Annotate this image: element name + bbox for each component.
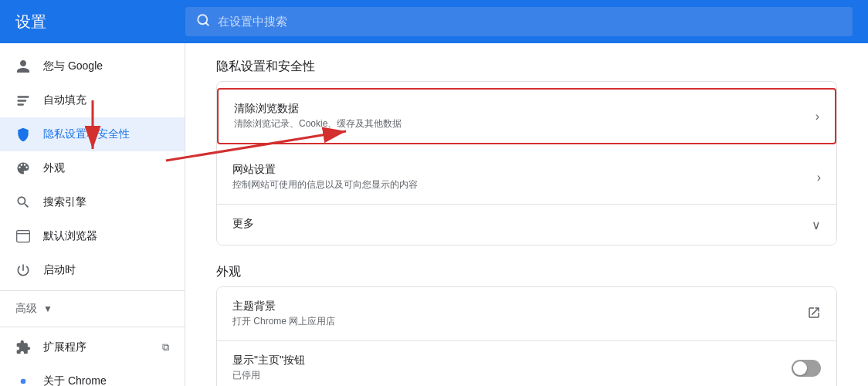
- privacy-section-title: 隐私设置和安全性: [216, 59, 837, 75]
- advanced-label: 高级: [15, 302, 37, 316]
- clear-browsing-arrow-icon: ›: [815, 110, 819, 124]
- more-item[interactable]: 更多 ∨: [217, 205, 836, 245]
- appearance-section-title: 外观: [216, 264, 837, 280]
- home-button-item[interactable]: 显示"主页"按钮 已停用: [217, 341, 836, 386]
- svg-rect-5: [17, 231, 30, 242]
- search-bar[interactable]: 在设置中搜索: [185, 7, 853, 36]
- theme-item[interactable]: 主题背景 打开 Chrome 网上应用店: [217, 287, 836, 341]
- search-nav-icon: [15, 195, 31, 210]
- appearance-section: 外观 主题背景 打开 Chrome 网上应用店: [216, 264, 837, 386]
- home-button-title: 显示"主页"按钮: [232, 354, 792, 367]
- sidebar-divider-2: [0, 327, 185, 327]
- sidebar: 您与 Google 自动填充 隐私设置和安全性 外观: [0, 43, 185, 386]
- site-settings-title: 网站设置: [232, 163, 817, 177]
- theme-text: 主题背景 打开 Chrome 网上应用店: [232, 300, 807, 328]
- privacy-section: 隐私设置和安全性 清除浏览数据 清除浏览记录、Cookie、缓存及其他数据 ›: [216, 59, 837, 245]
- sidebar-item-autofill[interactable]: 自动填充: [0, 83, 185, 117]
- svg-rect-4: [18, 103, 24, 106]
- privacy-settings-group: 清除浏览数据 清除浏览记录、Cookie、缓存及其他数据 › 网站设置 控制网站…: [216, 81, 837, 245]
- clear-browsing-text: 清除浏览数据 清除浏览记录、Cookie、缓存及其他数据: [234, 102, 815, 130]
- page-title: 设置: [15, 12, 185, 32]
- svg-rect-2: [18, 96, 29, 98]
- chrome-icon: [15, 374, 31, 386]
- more-chevron-icon: ∨: [812, 218, 821, 232]
- sidebar-label-autofill: 自动填充: [43, 93, 86, 107]
- sidebar-item-search[interactable]: 搜索引擎: [0, 185, 185, 219]
- content-area: 隐私设置和安全性 清除浏览数据 清除浏览记录、Cookie、缓存及其他数据 ›: [185, 43, 868, 386]
- home-button-text: 显示"主页"按钮 已停用: [232, 354, 792, 382]
- clear-browsing-title: 清除浏览数据: [234, 102, 815, 116]
- sidebar-divider: [0, 290, 185, 291]
- sidebar-label-google: 您与 Google: [43, 59, 103, 73]
- theme-desc: 打开 Chrome 网上应用店: [232, 315, 807, 328]
- clear-browsing-item[interactable]: 清除浏览数据 清除浏览记录、Cookie、缓存及其他数据 ›: [217, 88, 836, 144]
- sidebar-label-extensions: 扩展程序: [43, 340, 86, 354]
- sidebar-advanced[interactable]: 高级 ▼: [0, 294, 185, 323]
- main-layout: 您与 Google 自动填充 隐私设置和安全性 外观: [0, 43, 868, 386]
- header: 设置 在设置中搜索: [0, 0, 868, 43]
- sidebar-label-startup: 启动时: [43, 263, 76, 277]
- sidebar-item-browser[interactable]: 默认浏览器: [0, 219, 185, 253]
- palette-icon: [15, 161, 31, 176]
- sidebar-label-privacy: 隐私设置和安全性: [43, 127, 130, 141]
- sidebar-item-privacy[interactable]: 隐私设置和安全性: [0, 117, 185, 151]
- sidebar-label-search: 搜索引擎: [43, 195, 86, 209]
- site-settings-item[interactable]: 网站设置 控制网站可使用的信息以及可向您显示的内容 ›: [217, 151, 836, 205]
- theme-external-icon: [807, 306, 821, 323]
- sidebar-item-appearance[interactable]: 外观: [0, 151, 185, 185]
- extensions-icon: [15, 340, 31, 355]
- more-title: 更多: [232, 217, 812, 231]
- clear-browsing-desc: 清除浏览记录、Cookie、缓存及其他数据: [234, 117, 815, 130]
- sidebar-label-about: 关于 Chrome: [43, 374, 107, 386]
- home-button-toggle[interactable]: [792, 360, 821, 377]
- more-text: 更多: [232, 217, 812, 232]
- sidebar-item-startup[interactable]: 启动时: [0, 253, 185, 287]
- external-link-icon: ⧉: [162, 341, 169, 354]
- site-settings-arrow-icon: ›: [817, 171, 821, 185]
- shield-icon: [15, 127, 31, 142]
- power-icon: [15, 262, 31, 278]
- browser-icon: [15, 229, 31, 244]
- home-button-desc: 已停用: [232, 369, 792, 382]
- svg-rect-3: [18, 100, 27, 102]
- appearance-settings-group: 主题背景 打开 Chrome 网上应用店 显示"主页"按钮 已停用: [216, 286, 837, 386]
- sidebar-item-extensions[interactable]: 扩展程序 ⧉: [0, 330, 185, 364]
- advanced-chevron-icon: ▼: [43, 303, 53, 314]
- search-icon: [196, 13, 210, 30]
- site-settings-text: 网站设置 控制网站可使用的信息以及可向您显示的内容: [232, 163, 817, 191]
- toggle-thumb: [793, 361, 807, 375]
- site-settings-desc: 控制网站可使用的信息以及可向您显示的内容: [232, 178, 817, 191]
- sidebar-label-appearance: 外观: [43, 161, 65, 175]
- svg-line-1: [205, 22, 208, 25]
- autofill-icon: [15, 93, 31, 108]
- sidebar-item-about[interactable]: 关于 Chrome: [0, 364, 185, 386]
- theme-title: 主题背景: [232, 300, 807, 313]
- search-placeholder: 在设置中搜索: [218, 15, 287, 29]
- sidebar-item-google[interactable]: 您与 Google: [0, 49, 185, 83]
- person-icon: [15, 59, 31, 74]
- sidebar-label-browser: 默认浏览器: [43, 229, 97, 243]
